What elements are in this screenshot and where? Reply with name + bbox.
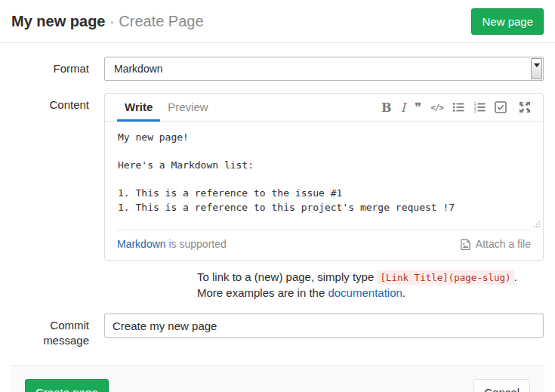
page-header: My new page · Create Page New page [0, 0, 555, 43]
editor-footer: Markdown is supported Attach a file [117, 230, 531, 260]
create-page-form: Format Markdown Content Write Preview B … [0, 57, 555, 348]
cancel-button[interactable]: Cancel [473, 379, 530, 392]
editor-textarea-wrap: My new page! Here's a Markdown list: 1. … [105, 122, 543, 230]
commit-message-input[interactable] [104, 313, 544, 338]
bold-icon[interactable]: B [381, 100, 392, 115]
tab-write[interactable]: Write [117, 94, 160, 122]
format-row: Format Markdown [11, 57, 544, 81]
attach-file-label: Attach a file [476, 238, 531, 250]
select-dropdown-strip[interactable] [531, 58, 542, 79]
help-text-period: . [402, 286, 405, 299]
link-syntax-code: [Link Title](page-slug) [377, 270, 513, 285]
supported-text: is supported [166, 238, 227, 250]
page-title-name: My new page [11, 13, 105, 29]
task-list-icon[interactable] [495, 101, 507, 113]
fullscreen-icon[interactable] [519, 101, 531, 113]
attach-file-button[interactable]: Attach a file [460, 238, 531, 250]
chevron-down-icon [534, 63, 540, 67]
form-actions-bar: Create page Cancel [11, 366, 544, 392]
wiki-link-help-text: To link to a (new) page, simply type [Li… [197, 270, 544, 301]
format-label: Format [11, 57, 104, 76]
blockquote-icon[interactable]: ❞ [415, 101, 421, 114]
create-page-button[interactable]: Create page [25, 379, 109, 392]
format-select[interactable]: Markdown [104, 57, 544, 81]
documentation-link[interactable]: documentation [328, 286, 402, 299]
italic-icon[interactable]: I [401, 100, 405, 115]
new-page-button[interactable]: New page [471, 8, 544, 35]
image-attachment-icon [460, 239, 471, 250]
page-title: My new page · Create Page [11, 14, 204, 29]
markdown-help-link[interactable]: Markdown [117, 238, 166, 250]
format-select-value: Markdown [114, 63, 163, 75]
markdown-supported-note: Markdown is supported [117, 238, 227, 250]
formatting-toolbar: B I ❞ </> 1 [381, 94, 531, 121]
code-icon[interactable]: </> [430, 103, 443, 113]
bulleted-list-icon[interactable] [452, 101, 464, 113]
page-title-separator: · [109, 13, 115, 29]
svg-text:3: 3 [474, 109, 476, 113]
editor-toolbar: Write Preview B I ❞ </> [105, 94, 543, 122]
content-row: Content Write Preview B I ❞ </> [11, 93, 544, 301]
markdown-editor: Write Preview B I ❞ </> [104, 93, 544, 261]
commit-message-label: Commit message [11, 313, 104, 348]
content-label: Content [11, 93, 104, 113]
page-title-subtitle: Create Page [119, 13, 203, 29]
tab-preview[interactable]: Preview [160, 94, 215, 122]
help-text-before: To link to a (new) page, simply type [197, 270, 377, 283]
numbered-list-icon[interactable]: 1 2 3 [473, 101, 486, 113]
content-editor-textarea[interactable]: My new page! Here's a Markdown list: 1. … [105, 122, 543, 230]
commit-message-row: Commit message [11, 313, 544, 348]
